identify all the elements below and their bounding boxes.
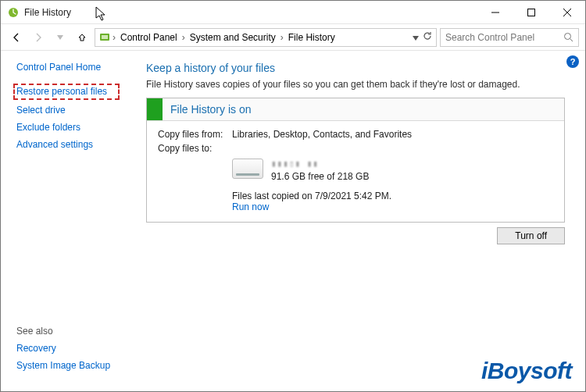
address-bar[interactable]: › Control Panel › System and Security › … [95, 28, 437, 47]
up-button[interactable] [73, 28, 91, 47]
svg-rect-6 [102, 35, 108, 39]
close-button[interactable] [549, 1, 585, 24]
breadcrumb-control-panel[interactable]: Control Panel [117, 32, 180, 43]
status-panel: File History is on Copy files from: Libr… [146, 98, 565, 223]
sidebar-system-image-backup[interactable]: System Image Backup [16, 360, 141, 371]
copy-from-value: Libraries, Desktop, Contacts, and Favori… [232, 129, 553, 140]
chevron-right-icon[interactable]: › [182, 32, 185, 43]
status-panel-header: File History is on [147, 98, 564, 121]
status-indicator [147, 98, 163, 120]
window-title: File History [24, 7, 71, 18]
sidebar-control-panel-home[interactable]: Control Panel Home [16, 62, 141, 73]
last-copied-text: Files last copied on 7/9/2021 5:42 PM. [232, 191, 553, 201]
window: File History › Control Panel › System an… [0, 0, 586, 392]
highlight-restore: Restore personal files [13, 84, 120, 100]
copy-from-label: Copy files from: [158, 129, 232, 140]
breadcrumb-system-security[interactable]: System and Security [187, 32, 279, 43]
page-description: File History saves copies of your files … [146, 79, 565, 90]
svg-point-7 [565, 34, 571, 40]
back-button[interactable] [7, 28, 26, 47]
chevron-down-icon[interactable] [413, 32, 419, 43]
svg-rect-2 [528, 9, 535, 16]
chevron-right-icon[interactable]: › [113, 32, 116, 43]
page-heading: Keep a history of your files [146, 62, 565, 74]
search-input[interactable]: Search Control Panel [440, 28, 579, 47]
search-placeholder: Search Control Panel [445, 32, 563, 43]
titlebar: File History [1, 1, 585, 24]
sidebar-select-drive[interactable]: Select drive [16, 105, 141, 116]
svg-line-8 [570, 39, 573, 42]
drive-free-space: 91.6 GB free of 218 GB [271, 170, 369, 183]
file-history-icon [7, 6, 20, 19]
sidebar: Control Panel Home Restore personal file… [1, 51, 141, 391]
minimize-button[interactable] [477, 1, 513, 24]
control-panel-icon [98, 31, 111, 44]
recent-locations-button[interactable] [51, 28, 70, 47]
navbar: › Control Panel › System and Security › … [1, 24, 585, 51]
help-icon[interactable]: ? [566, 55, 579, 68]
body: Control Panel Home Restore personal file… [1, 51, 585, 391]
run-now-link[interactable]: Run now [232, 201, 269, 212]
forward-button[interactable] [29, 28, 48, 47]
status-title: File History is on [163, 99, 259, 119]
main-content: ? Keep a history of your files File Hist… [141, 51, 585, 391]
breadcrumb-file-history[interactable]: File History [285, 32, 338, 43]
chevron-right-icon[interactable]: › [280, 32, 284, 43]
sidebar-advanced-settings[interactable]: Advanced settings [16, 139, 141, 150]
sidebar-exclude-folders[interactable]: Exclude folders [16, 122, 141, 133]
copy-to-label: Copy files to: [158, 143, 232, 154]
maximize-button[interactable] [513, 1, 549, 24]
sidebar-see-also: See also [16, 326, 141, 337]
drive-info: ▮▮▮▯▮ ▮▮ 91.6 GB free of 218 GB [232, 159, 553, 183]
sidebar-restore-personal-files[interactable]: Restore personal files [16, 86, 115, 97]
search-icon [563, 32, 573, 42]
sidebar-recovery[interactable]: Recovery [16, 343, 141, 354]
drive-icon [232, 159, 263, 179]
refresh-button[interactable] [422, 30, 433, 44]
drive-name-obscured: ▮▮▮▯▮ ▮▮ [271, 159, 369, 170]
turn-off-button[interactable]: Turn off [497, 227, 565, 244]
